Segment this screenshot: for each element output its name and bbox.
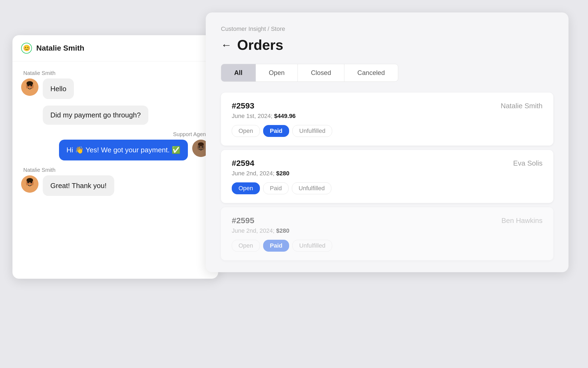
message-bubble: Hi 👋 Yes! We got your payment. ✅ <box>59 140 188 160</box>
order-date: June 1st, 2024; $449.96 <box>232 113 543 120</box>
chat-body: Natalie Smith Hello Did m <box>12 61 218 279</box>
order-customer: Ben Hawkins <box>501 216 543 225</box>
order-card-header: #2594 Eva Solis <box>232 159 543 168</box>
tag-unfulfilled: Unfulfilled <box>292 240 332 252</box>
order-date: June 2nd, 2024; $280 <box>232 227 543 234</box>
message-with-avatar: Hello <box>21 78 74 99</box>
order-card[interactable]: #2594 Eva Solis June 2nd, 2024; $280 Ope… <box>221 150 553 203</box>
orders-panel: Customer Insight / Store ← Orders All Op… <box>206 12 569 272</box>
order-number: #2595 <box>232 216 254 225</box>
tab-all[interactable]: All <box>221 64 256 81</box>
tag-unfulfilled: Unfulfilled <box>292 125 332 137</box>
chat-panel: 😊 Natalie Smith Natalie Smith <box>12 35 218 279</box>
tag-unfulfilled: Unfulfilled <box>292 182 332 194</box>
message-row: Natalie Smith Hello <box>21 70 210 99</box>
tag-open: Open <box>232 125 260 137</box>
order-number: #2593 <box>232 101 254 110</box>
chat-contact-name: Natalie Smith <box>36 44 84 52</box>
message-sender: Natalie Smith <box>21 70 58 76</box>
order-card-header: #2593 Natalie Smith <box>232 101 543 110</box>
tag-paid: Paid <box>263 240 289 252</box>
tab-canceled[interactable]: Canceled <box>344 64 398 81</box>
svg-point-9 <box>199 146 200 148</box>
page-title: Orders <box>237 37 283 53</box>
message-row: Did my payment go through? <box>21 106 210 125</box>
order-tags: Open Paid Unfulfilled <box>232 125 543 137</box>
order-customer: Natalie Smith <box>501 102 543 110</box>
message-sender: Support Agent <box>171 131 210 137</box>
breadcrumb: Customer Insight / Store <box>221 25 553 32</box>
chat-header: 😊 Natalie Smith <box>12 35 218 61</box>
message-with-avatar: Great! Thank you! <box>21 175 114 196</box>
back-button[interactable]: ← <box>221 40 232 50</box>
tag-paid: Paid <box>263 125 289 137</box>
tag-open: Open <box>232 182 260 194</box>
message-with-avatar: Hi 👋 Yes! We got your payment. ✅ <box>59 140 210 160</box>
page-title-row: ← Orders <box>221 37 553 53</box>
order-tags: Open Paid Unfulfilled <box>232 240 543 252</box>
tab-open[interactable]: Open <box>256 64 298 81</box>
message-row: Support Agent Hi 👋 Yes! We got your paym… <box>21 131 210 160</box>
order-card[interactable]: #2593 Natalie Smith June 1st, 2024; $449… <box>221 93 553 146</box>
user-status-icon: 😊 <box>21 43 32 54</box>
smiley-icon: 😊 <box>23 45 30 52</box>
message-bubble: Hello <box>43 78 74 99</box>
svg-point-10 <box>202 146 203 148</box>
order-date: June 2nd, 2024; $280 <box>232 170 543 177</box>
tag-paid: Paid <box>263 182 289 194</box>
message-bubble: Did my payment go through? <box>43 106 148 125</box>
svg-point-5 <box>27 81 33 86</box>
orders-list: #2593 Natalie Smith June 1st, 2024; $449… <box>221 93 553 260</box>
message-sender: Natalie Smith <box>21 167 58 173</box>
message-bubble: Great! Thank you! <box>43 175 114 196</box>
order-card[interactable]: #2595 Ben Hawkins June 2nd, 2024; $280 O… <box>221 207 553 260</box>
tag-open: Open <box>232 240 260 252</box>
avatar <box>21 175 38 193</box>
order-card-header: #2595 Ben Hawkins <box>232 216 543 225</box>
order-tags: Open Paid Unfulfilled <box>232 182 543 194</box>
message-row: Natalie Smith Great! Thank you! <box>21 167 210 196</box>
order-number: #2594 <box>232 159 254 168</box>
order-customer: Eva Solis <box>513 159 543 167</box>
svg-point-11 <box>198 142 204 146</box>
svg-point-17 <box>27 178 33 182</box>
tab-closed[interactable]: Closed <box>298 64 344 81</box>
filter-tabs: All Open Closed Canceled <box>221 64 398 82</box>
avatar <box>21 78 38 96</box>
